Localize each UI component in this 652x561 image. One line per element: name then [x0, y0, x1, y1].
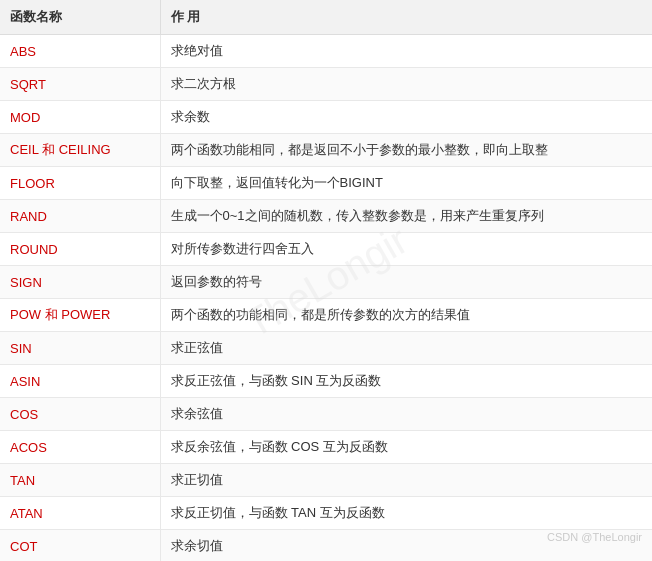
cell-func-desc: 向下取整，返回值转化为一个BIGINT	[160, 167, 652, 200]
cell-func-name: RAND	[0, 200, 160, 233]
cell-func-name: FLOOR	[0, 167, 160, 200]
cell-func-name: CEIL 和 CEILING	[0, 134, 160, 167]
cell-func-desc: 求余切值	[160, 530, 652, 562]
table-row: TAN求正切值	[0, 464, 652, 497]
table-row: RAND生成一个0~1之间的随机数，传入整数参数是，用来产生重复序列	[0, 200, 652, 233]
cell-func-desc: 求二次方根	[160, 68, 652, 101]
cell-func-name: MOD	[0, 101, 160, 134]
col-header-desc: 作 用	[160, 0, 652, 35]
table-row: ABS求绝对值	[0, 35, 652, 68]
cell-func-desc: 生成一个0~1之间的随机数，传入整数参数是，用来产生重复序列	[160, 200, 652, 233]
cell-func-name: SIGN	[0, 266, 160, 299]
table-row: FLOOR向下取整，返回值转化为一个BIGINT	[0, 167, 652, 200]
table-row: MOD求余数	[0, 101, 652, 134]
cell-func-desc: 求正弦值	[160, 332, 652, 365]
cell-func-name: ACOS	[0, 431, 160, 464]
cell-func-name: ABS	[0, 35, 160, 68]
cell-func-desc: 求反余弦值，与函数 COS 互为反函数	[160, 431, 652, 464]
cell-func-name: ASIN	[0, 365, 160, 398]
table-row: ACOS求反余弦值，与函数 COS 互为反函数	[0, 431, 652, 464]
cell-func-desc: 求余数	[160, 101, 652, 134]
table-container: 函数名称 作 用 ABS求绝对值SQRT求二次方根MOD求余数CEIL 和 CE…	[0, 0, 652, 561]
cell-func-name: POW 和 POWER	[0, 299, 160, 332]
table-row: ATAN求反正切值，与函数 TAN 互为反函数	[0, 497, 652, 530]
cell-func-desc: 两个函数功能相同，都是返回不小于参数的最小整数，即向上取整	[160, 134, 652, 167]
table-row: COS求余弦值	[0, 398, 652, 431]
cell-func-desc: 求反正切值，与函数 TAN 互为反函数	[160, 497, 652, 530]
col-header-name: 函数名称	[0, 0, 160, 35]
cell-func-name: SQRT	[0, 68, 160, 101]
cell-func-desc: 求反正弦值，与函数 SIN 互为反函数	[160, 365, 652, 398]
cell-func-name: COT	[0, 530, 160, 562]
table-row: SIN求正弦值	[0, 332, 652, 365]
table-row: CEIL 和 CEILING两个函数功能相同，都是返回不小于参数的最小整数，即向…	[0, 134, 652, 167]
cell-func-desc: 对所传参数进行四舍五入	[160, 233, 652, 266]
table-header-row: 函数名称 作 用	[0, 0, 652, 35]
cell-func-desc: 返回参数的符号	[160, 266, 652, 299]
cell-func-name: SIN	[0, 332, 160, 365]
table-row: ROUND对所传参数进行四舍五入	[0, 233, 652, 266]
cell-func-name: TAN	[0, 464, 160, 497]
table-row: POW 和 POWER两个函数的功能相同，都是所传参数的次方的结果值	[0, 299, 652, 332]
cell-func-name: ROUND	[0, 233, 160, 266]
cell-func-name: ATAN	[0, 497, 160, 530]
table-row: SIGN返回参数的符号	[0, 266, 652, 299]
table-row: ASIN求反正弦值，与函数 SIN 互为反函数	[0, 365, 652, 398]
cell-func-desc: 求正切值	[160, 464, 652, 497]
cell-func-desc: 求余弦值	[160, 398, 652, 431]
cell-func-desc: 求绝对值	[160, 35, 652, 68]
functions-table: 函数名称 作 用 ABS求绝对值SQRT求二次方根MOD求余数CEIL 和 CE…	[0, 0, 652, 561]
table-row: SQRT求二次方根	[0, 68, 652, 101]
cell-func-desc: 两个函数的功能相同，都是所传参数的次方的结果值	[160, 299, 652, 332]
cell-func-name: COS	[0, 398, 160, 431]
table-row: COT求余切值	[0, 530, 652, 562]
